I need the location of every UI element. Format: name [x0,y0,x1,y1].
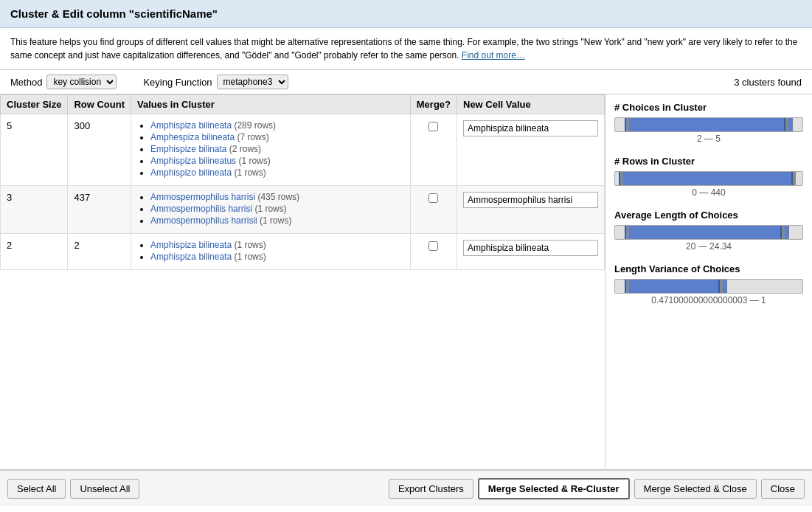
chart-title: Average Length of Choices [614,210,803,221]
value-row-count: (289 rows) [232,120,276,131]
chart-range: 0 — 440 [614,187,803,198]
chart-section: Average Length of Choices20 — 24.34 [614,210,803,252]
value-row-count: (2 rows) [226,144,261,154]
method-label: Method [10,77,42,88]
chart-range: 20 — 24.34 [614,241,803,252]
chart-range: 2 — 5 [614,134,803,144]
description-section: This feature helps you find groups of di… [0,28,812,70]
cluster-value-link[interactable]: Amphispiza bilineata [150,240,232,250]
cell-values: Ammospermophilus harrisi (435 rows)Ammos… [131,186,411,234]
list-item: Amphespiza bilineata (7 rows) [150,132,404,142]
bar-marker-right [718,280,720,293]
export-clusters-button[interactable]: Export Clusters [389,479,473,499]
cluster-value-link[interactable]: Amphispiza bilineata [150,252,232,262]
cell-merge[interactable] [410,234,457,270]
value-row-count: (435 rows) [255,192,299,202]
chart-section: # Choices in Cluster2 — 5 [614,102,803,144]
cluster-value-link[interactable]: Amphispizo bilineata [150,167,232,178]
merge-close-button[interactable]: Merge Selected & Close [634,479,757,499]
list-item: Amphispizo bilineata (1 rows) [150,167,404,178]
table-row: 3437Ammospermophilus harrisi (435 rows)A… [1,186,605,234]
slider-track[interactable] [614,117,803,132]
bar-marker-right [780,226,782,239]
slider-track[interactable] [614,279,803,294]
slider-track[interactable] [614,171,803,186]
col-row-count: Row Count [68,95,131,114]
cluster-table: Cluster Size Row Count Values in Cluster… [0,94,605,270]
col-cluster-size: Cluster Size [1,95,68,114]
find-out-more-link[interactable]: Find out more… [462,50,525,60]
new-cell-input[interactable] [463,240,598,256]
table-row: 5300Amphispiza bilineata (289 rows)Amphe… [1,114,605,186]
list-item: Emphispize bilinata (2 rows) [150,144,404,154]
list-item: Amphispiza bilineata (1 rows) [150,240,404,250]
slider-track[interactable] [614,225,803,240]
list-item: Amphispiza bilineata (289 rows) [150,120,404,131]
value-row-count: (1 rows) [232,240,266,250]
chart-title: # Choices in Cluster [614,102,803,113]
list-item: Ammospermophilus harrisii (1 rows) [150,215,404,226]
main-content: Cluster Size Row Count Values in Cluster… [0,94,812,469]
bar-marker-left [619,172,620,185]
cluster-value-link[interactable]: Emphispize bilinata [150,144,226,154]
list-item: Amphispiza bilineata (1 rows) [150,252,404,262]
cell-new-value [457,114,605,186]
merge-checkbox[interactable] [428,241,438,251]
cell-merge[interactable] [410,186,457,234]
chart-section: # Rows in Cluster0 — 440 [614,156,803,198]
cell-cluster-size: 2 [1,234,68,270]
cell-row-count: 437 [68,186,131,234]
sidebar: # Choices in Cluster2 — 5# Rows in Clust… [605,94,812,469]
cell-new-value [457,234,605,270]
keying-select[interactable]: metaphone3 [217,75,288,89]
cluster-value-link[interactable]: Ammospermophilus harrisii [150,215,257,226]
bar-marker-right [784,118,785,131]
cluster-value-link[interactable]: Ammospermophilus harrisi [150,192,255,202]
cell-cluster-size: 3 [1,186,68,234]
merge-checkbox[interactable] [428,122,438,131]
chart-section: Length Variance of Choices0.471000000000… [614,263,803,305]
title-bar: Cluster & Edit column "scientificName" [0,0,812,28]
cluster-value-link[interactable]: Amphespiza bilineata [150,132,235,142]
description-text: This feature helps you find groups of di… [10,37,797,60]
cell-cluster-size: 5 [1,114,68,186]
page-title: Cluster & Edit column "scientificName" [10,7,218,20]
cell-values: Amphispiza bilineata (289 rows)Amphespiz… [131,114,411,186]
clusters-found: 3 clusters found [734,77,802,88]
chart-title: # Rows in Cluster [614,156,803,167]
merge-re-cluster-button[interactable]: Merge Selected & Re-Cluster [478,478,630,499]
value-row-count: (1 rows) [232,167,266,178]
keying-label: Keying Function [143,77,212,88]
bar-marker-right [791,172,793,185]
col-values: Values in Cluster [131,95,411,114]
chart-range: 0.471000000000000003 — 1 [614,295,803,305]
cell-row-count: 2 [68,234,131,270]
cluster-value-link[interactable]: Ammospermophilis harrisi [150,204,252,214]
cluster-value-link[interactable]: Amphispiza bilineatus [150,156,236,166]
unselect-all-button[interactable]: Unselect All [70,479,139,499]
bar-marker-left [625,118,626,131]
chart-title: Length Variance of Choices [614,263,803,274]
value-row-count: (7 rows) [235,132,269,142]
footer-bar: Select All Unselect All Export Clusters … [0,469,812,506]
merge-checkbox[interactable] [428,193,438,203]
close-button[interactable]: Close [761,479,805,499]
cluster-value-link[interactable]: Amphispiza bilineata [150,120,232,131]
new-cell-input[interactable] [463,192,598,208]
cell-row-count: 300 [68,114,131,186]
col-merge: Merge? [410,95,457,114]
new-cell-input[interactable] [463,120,598,136]
list-item: Ammospermophilus harrisi (435 rows) [150,192,404,202]
cell-new-value [457,186,605,234]
cell-merge[interactable] [410,114,457,186]
select-all-button[interactable]: Select All [7,479,66,499]
list-item: Amphispiza bilineatus (1 rows) [150,156,404,166]
table-section: Cluster Size Row Count Values in Cluster… [0,94,605,469]
list-item: Ammospermophilis harrisi (1 rows) [150,204,404,214]
value-row-count: (1 rows) [236,156,271,166]
method-select[interactable]: key collision [46,75,117,89]
value-row-count: (1 rows) [232,252,266,262]
value-row-count: (1 rows) [257,215,292,226]
bar-marker-left [625,280,626,293]
cell-values: Amphispiza bilineata (1 rows)Amphispiza … [131,234,411,270]
